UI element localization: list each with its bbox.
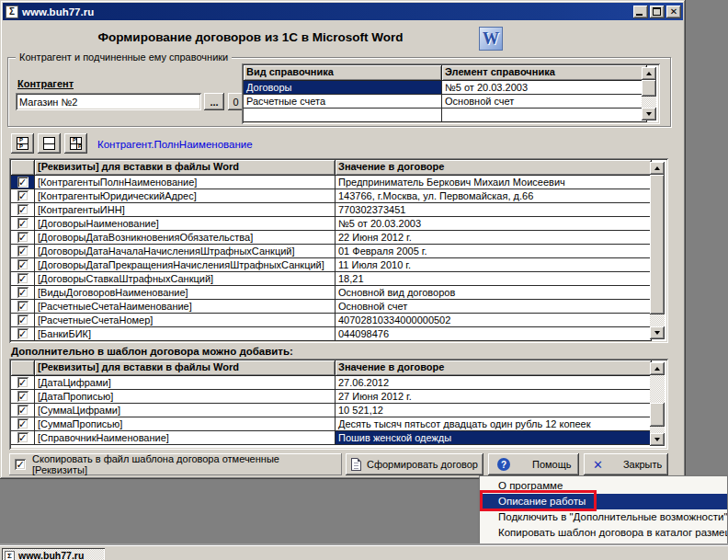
scrollbar-thumb[interactable] [650,403,665,427]
scroll-up-button[interactable] [650,162,665,175]
attribute-cell[interactable]: [РасчетныеСчетаНомер] [35,314,336,327]
row-checkbox[interactable] [17,273,28,284]
checkbox-cell[interactable] [11,417,35,431]
scroll-down-button[interactable] [650,326,665,339]
value-cell[interactable]: 40702810334000000502 [336,314,652,327]
value-cell[interactable]: Предприниматель Беркович Михаил Моисееви… [336,176,652,189]
row-checkbox[interactable] [17,377,28,388]
generate-contract-button[interactable]: Сформировать договор [346,453,483,475]
value-cell[interactable]: 044098476 [336,327,652,341]
value-cell[interactable]: 27.06.2012 [336,376,652,390]
row-checkbox[interactable] [17,246,28,257]
scroll-down-button[interactable] [642,108,656,120]
attribute-cell[interactable]: [СуммаПрописью] [35,417,336,431]
attribute-cell[interactable]: [РасчетныеСчетаНаименование] [35,300,336,314]
row-checkbox[interactable] [17,301,28,312]
attribute-cell[interactable]: [ДоговорыДатаПрекращенияНачисленияШтрафн… [35,258,336,272]
checkbox-cell[interactable] [11,376,35,390]
attribute-cell[interactable]: [СуммаЦифрами] [35,404,336,417]
maximize-button[interactable] [650,6,665,18]
checkbox-cell[interactable] [11,203,35,217]
row-checkbox[interactable] [17,232,28,243]
checkbox-cell[interactable] [11,390,35,404]
value-cell[interactable]: 10 521,12 [336,404,652,417]
checkbox-cell[interactable] [11,300,35,314]
row-checkbox[interactable] [17,259,28,270]
scroll-up-button[interactable] [650,362,665,375]
checkbox-cell[interactable] [11,189,35,203]
checkbox-cell[interactable] [11,404,35,417]
row-checkbox[interactable] [17,418,28,429]
scrollbar-thumb[interactable] [642,80,656,97]
value-cell[interactable]: Десять тысяч пятьсот двадцать один рубль… [336,417,652,431]
value-cell[interactable]: Основной вид договоров [336,286,652,300]
attribute-cell[interactable]: [ДоговорыНаименование] [35,217,336,231]
help-button[interactable]: ? Помощь [488,453,579,475]
additional-table-scrollbar[interactable] [650,362,665,446]
row-checkbox[interactable] [17,177,28,188]
value-cell[interactable]: Пошив женской одежды [336,431,652,445]
attribute-cell[interactable]: [ДатаЦифрами] [35,376,336,390]
ref-kind-cell[interactable]: Расчетные счета [244,95,442,109]
row-checkbox[interactable] [17,287,28,298]
attribute-cell[interactable]: [ДоговорыСтавкаШтрафныхСанкций] [35,272,336,286]
ref-element-cell[interactable]: Основной счет [442,95,647,109]
ref-kind-cell[interactable] [244,109,442,122]
view-grid-button[interactable]: РР [64,133,87,154]
ref-table-scrollbar[interactable] [642,67,656,120]
checkbox-cell[interactable] [11,314,35,327]
attribute-cell[interactable]: [СправочникНаименование] [35,431,336,445]
value-cell[interactable]: 11 Июля 2010 г. [336,258,652,272]
row-checkbox[interactable] [17,204,28,215]
attribute-cell[interactable]: [ВидыДоговоровНаименование] [35,286,336,300]
titlebar[interactable]: Σ www.buh77.ru ✕ [3,3,683,20]
close-button[interactable]: ✕ [666,6,681,18]
context-menu-item[interactable]: Копировать шаблон договора в каталог раз… [480,525,727,541]
ref-kind-cell[interactable]: Договоры [244,81,442,95]
attributes-table-scrollbar[interactable] [650,162,665,339]
row-checkbox[interactable] [17,314,28,326]
checkbox-cell[interactable] [11,431,35,445]
scrollbar-thumb[interactable] [650,175,665,314]
checkbox-cell[interactable] [11,176,35,189]
row-checkbox[interactable] [17,190,28,201]
value-cell[interactable]: Основной счет [336,300,652,314]
value-cell[interactable]: 22 Июня 2012 г. [336,231,652,245]
value-cell[interactable]: 770302373451 [336,203,652,217]
value-cell[interactable]: №5 от 20.03.2003 [336,217,652,231]
attribute-cell[interactable]: [ДатаПрописью] [35,390,336,404]
scroll-down-button[interactable] [650,433,665,446]
attribute-cell[interactable]: [БанкиБИК] [35,327,336,341]
value-cell[interactable]: 18,21 [336,272,652,286]
row-checkbox[interactable] [17,218,28,229]
attribute-cell[interactable]: [КонтрагентыИНН] [35,203,336,217]
row-checkbox[interactable] [17,391,28,402]
checkbox-cell[interactable] [11,286,35,300]
value-cell[interactable]: 143766, г.Москва, ул. Первомайская, д.66 [336,189,652,203]
ref-element-cell[interactable] [442,109,647,122]
attribute-cell[interactable]: [КонтрагентыПолнНаименование] [35,176,336,189]
checkbox-cell[interactable] [11,217,35,231]
close-form-button[interactable]: ✕ Закрыть [584,453,668,475]
checkbox-cell[interactable] [11,245,35,258]
attribute-cell[interactable]: [ДоговорыДатаВозникновенияОбязательства] [35,231,336,245]
contractor-input[interactable] [16,93,201,110]
view-plain-button[interactable] [38,133,61,154]
copy-template-checkbox[interactable] [15,459,26,470]
ref-element-cell[interactable]: №5 от 20.03.2003 [442,81,647,95]
context-menu-item[interactable]: Подключить в "Дополнительные возможности… [480,509,727,525]
scroll-up-button[interactable] [642,67,656,80]
row-checkbox[interactable] [17,432,28,443]
view-split-button[interactable]: РР [11,133,34,154]
row-checkbox[interactable] [17,328,28,339]
taskbar-window-button[interactable]: Σ www.buh77.ru [2,548,105,560]
attribute-cell[interactable]: [ДоговорыДатаНачалаНачисленияШтрафныхСан… [35,245,336,258]
checkbox-cell[interactable] [11,327,35,341]
row-checkbox[interactable] [17,405,28,416]
value-cell[interactable]: 27 Июня 2012 г. [336,390,652,404]
checkbox-cell[interactable] [11,272,35,286]
browse-button[interactable]: ... [204,93,224,110]
minimize-button[interactable] [633,6,648,18]
checkbox-cell[interactable] [11,231,35,245]
checkbox-cell[interactable] [11,258,35,272]
